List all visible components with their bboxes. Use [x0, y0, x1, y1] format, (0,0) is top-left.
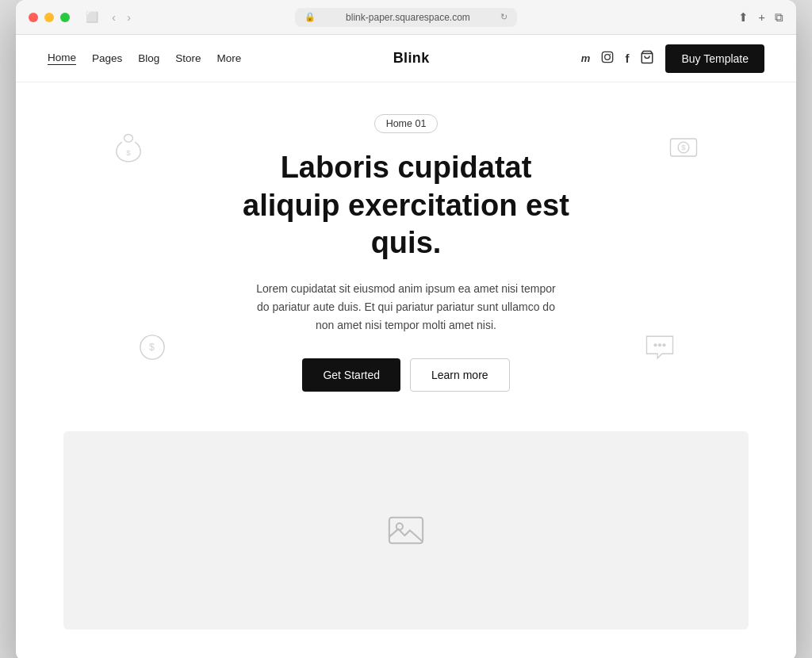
image-placeholder-icon: [385, 510, 427, 551]
address-bar-wrap: 🔒 blink-paper.squarespace.com ↻: [295, 8, 517, 27]
back-button[interactable]: ‹: [108, 9, 120, 25]
learn-more-button[interactable]: Learn more: [410, 358, 510, 392]
title-bar: ⬜ ‹ › 🔒 blink-paper.squarespace.com ↻ ⬆ …: [16, 0, 796, 35]
get-started-button[interactable]: Get Started: [302, 358, 400, 392]
svg-text:$: $: [681, 143, 686, 151]
facebook-icon[interactable]: f: [625, 52, 629, 65]
site-brand: Blink: [241, 50, 580, 67]
coin-icon-bottom-left: $: [135, 330, 170, 368]
svg-point-11: [658, 343, 661, 346]
svg-point-14: [396, 523, 403, 530]
url-text: blink-paper.squarespace.com: [320, 12, 496, 23]
fullscreen-button[interactable]: [60, 13, 70, 22]
sidebar-toggle-button[interactable]: ⬜: [82, 10, 102, 25]
close-button[interactable]: [29, 13, 38, 22]
hero-section: $ $ $: [16, 82, 796, 431]
browser-nav: ‹ ›: [108, 9, 135, 25]
browser-window: ⬜ ‹ › 🔒 blink-paper.squarespace.com ↻ ⬆ …: [16, 0, 796, 658]
nav-right-actions: m f Buy Template: [581, 44, 764, 73]
instagram-icon[interactable]: [601, 51, 614, 66]
lock-icon: 🔒: [304, 12, 316, 22]
svg-rect-13: [389, 518, 423, 544]
site-nav: Home Pages Blog Store More Blink m f: [16, 35, 796, 82]
nav-link-more[interactable]: More: [217, 52, 242, 64]
chat-icon-bottom-right: [642, 330, 677, 368]
tabs-button[interactable]: ⧉: [775, 10, 783, 25]
money-bag-icon-top-left: $: [111, 130, 146, 168]
svg-point-2: [610, 54, 611, 55]
svg-text:$: $: [149, 342, 155, 353]
nav-link-store[interactable]: Store: [175, 52, 201, 64]
forward-button[interactable]: ›: [123, 9, 135, 25]
hero-body: Lorem cupidatat sit eiusmod anim ipsum e…: [255, 280, 557, 335]
refresh-icon[interactable]: ↻: [500, 12, 508, 22]
site-content: Home Pages Blog Store More Blink m f: [16, 35, 796, 629]
svg-point-1: [605, 55, 611, 60]
titlebar-right-actions: ⬆ + ⧉: [738, 10, 783, 25]
nav-links: Home Pages Blog Store More: [48, 52, 241, 65]
nav-link-pages[interactable]: Pages: [92, 52, 122, 64]
new-tab-button[interactable]: +: [758, 10, 765, 24]
svg-text:$: $: [126, 148, 131, 157]
traffic-lights: [29, 13, 70, 22]
window-controls: ⬜: [82, 10, 102, 25]
medium-icon[interactable]: m: [581, 52, 591, 64]
address-bar[interactable]: 🔒 blink-paper.squarespace.com ↻: [295, 8, 517, 27]
minimize-button[interactable]: [44, 13, 54, 22]
buy-template-button[interactable]: Buy Template: [665, 44, 764, 73]
svg-point-12: [662, 343, 665, 346]
svg-rect-0: [603, 52, 613, 62]
cart-icon[interactable]: [640, 50, 654, 67]
hero-buttons: Get Started Learn more: [302, 358, 509, 392]
svg-point-10: [653, 343, 657, 346]
nav-link-home[interactable]: Home: [48, 52, 76, 65]
money-coin-icon-top-right: $: [666, 130, 701, 168]
image-placeholder-section: [63, 431, 749, 629]
nav-link-blog[interactable]: Blog: [138, 52, 159, 64]
hero-heading: Laboris cupidatat aliquip exercitation e…: [239, 149, 573, 262]
share-button[interactable]: ⬆: [738, 10, 749, 25]
home-tag: Home 01: [374, 114, 439, 133]
